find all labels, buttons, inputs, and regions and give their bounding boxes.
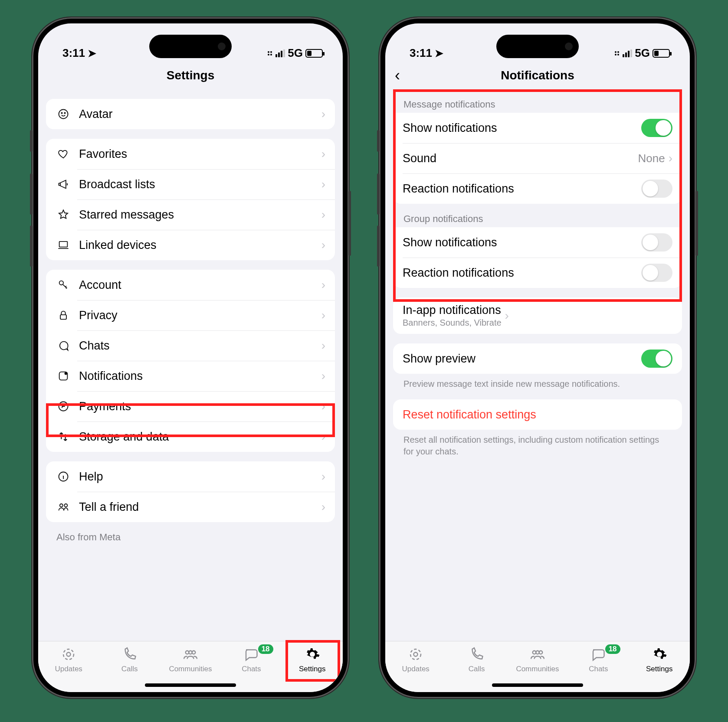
tab-chats[interactable]: 18 Chats [568, 646, 629, 673]
toggle-msg-reaction[interactable] [641, 180, 672, 198]
phone-left: 3:11 ➤ 5G Settings Avatar › [32, 17, 349, 698]
svg-point-18 [414, 653, 418, 657]
toggle-preview[interactable] [641, 350, 672, 368]
row-label: Reset notification settings [403, 408, 672, 421]
tab-label: Calls [121, 665, 138, 673]
row-label: Help [79, 470, 318, 484]
tab-settings[interactable]: Settings [629, 646, 690, 673]
note-reset: Reset all notification settings, includi… [393, 430, 682, 457]
svg-point-17 [410, 649, 421, 660]
row-linked[interactable]: Linked devices › [46, 230, 335, 260]
communities-icon [183, 646, 198, 663]
tab-calls[interactable]: Calls [446, 646, 507, 673]
home-indicator[interactable] [492, 683, 583, 687]
section-message: Message notifications [393, 89, 682, 113]
chevron-right-icon: › [321, 238, 325, 252]
svg-point-1 [61, 113, 62, 114]
updates-icon [408, 646, 423, 663]
tab-label: Chats [242, 665, 261, 673]
row-avatar[interactable]: Avatar › [46, 99, 335, 129]
tab-settings[interactable]: Settings [282, 646, 343, 673]
row-label: In-app notifications [403, 304, 502, 317]
home-indicator[interactable] [145, 683, 236, 687]
toggle-grp-reaction[interactable] [641, 264, 672, 282]
location-icon: ➤ [88, 47, 96, 59]
row-label: Chats [79, 339, 318, 353]
notifications-content[interactable]: Message notifications Show notifications… [385, 89, 690, 641]
row-tell[interactable]: Tell a friend › [46, 492, 335, 522]
row-account[interactable]: Account › [46, 270, 335, 300]
signal-bars-icon [275, 49, 285, 57]
dynamic-island [496, 35, 579, 58]
row-label: Notifications [79, 369, 318, 383]
lock-icon [56, 309, 71, 321]
row-label: Linked devices [79, 238, 318, 252]
note-preview: Preview message text inside new message … [393, 374, 682, 390]
chevron-right-icon: › [321, 278, 325, 292]
heart-icon [56, 148, 71, 160]
section-group: Group notifications [393, 204, 682, 227]
svg-point-16 [189, 651, 192, 654]
row-label: Tell a friend [79, 500, 318, 514]
section-also-meta: Also from Meta [46, 522, 335, 546]
row-reset[interactable]: Reset notification settings [393, 399, 682, 430]
tab-label: Settings [646, 665, 672, 673]
megaphone-icon [56, 178, 71, 190]
tab-calls[interactable]: Calls [99, 646, 160, 673]
tab-label: Updates [55, 665, 82, 673]
chevron-right-icon: › [321, 399, 325, 413]
row-favorites[interactable]: Favorites › [46, 139, 335, 169]
svg-point-4 [59, 281, 63, 285]
row-msg-sound[interactable]: Sound None › [393, 143, 682, 173]
chevron-right-icon: › [321, 430, 325, 444]
row-label: Show notifications [403, 121, 641, 135]
tab-communities[interactable]: Communities [507, 646, 568, 673]
nav-header: ‹ Notifications [385, 62, 690, 89]
chevron-right-icon: › [321, 369, 325, 383]
tab-label: Calls [469, 665, 485, 673]
avatar-icon [56, 108, 71, 120]
row-notifications[interactable]: Notifications › [46, 361, 335, 391]
toggle-msg-show[interactable] [641, 119, 672, 137]
phone-icon [469, 646, 485, 663]
row-label: Avatar [79, 108, 318, 121]
row-value: None [638, 152, 665, 165]
gear-icon [652, 646, 667, 663]
tab-communities[interactable]: Communities [160, 646, 221, 673]
chevron-right-icon: › [321, 308, 325, 322]
tab-chats[interactable]: 18 Chats [221, 646, 282, 673]
chevron-right-icon: › [321, 470, 325, 484]
row-grp-reaction: Reaction notifications [393, 258, 682, 288]
chevron-right-icon: › [321, 177, 325, 191]
updown-icon [56, 431, 71, 443]
tab-label: Communities [169, 665, 212, 673]
svg-rect-3 [59, 242, 68, 247]
key-icon [56, 279, 71, 291]
chevron-right-icon: › [321, 500, 325, 514]
battery-icon [305, 49, 323, 58]
row-starred[interactable]: Starred messages › [46, 199, 335, 230]
row-inapp[interactable]: In-app notifications Banners, Sounds, Vi… [393, 297, 682, 334]
network-label: 5G [635, 46, 650, 60]
row-help[interactable]: Help › [46, 461, 335, 492]
tab-updates[interactable]: Updates [38, 646, 99, 673]
battery-icon [653, 49, 670, 58]
tab-updates[interactable]: Updates [385, 646, 446, 673]
row-storage[interactable]: Storage and data › [46, 421, 335, 452]
chevron-right-icon: › [321, 147, 325, 161]
row-payments[interactable]: Payments › [46, 391, 335, 421]
back-button[interactable]: ‹ [395, 66, 400, 85]
dynamic-island [149, 35, 232, 58]
settings-content[interactable]: Avatar › Favorites › Broadcast lists › [38, 89, 343, 641]
communities-icon [530, 646, 545, 663]
row-chats[interactable]: Chats › [46, 330, 335, 361]
chevron-right-icon: › [505, 309, 509, 323]
row-privacy[interactable]: Privacy › [46, 300, 335, 330]
svg-point-12 [63, 649, 74, 660]
toggle-grp-show[interactable] [641, 233, 672, 252]
row-label: Show notifications [403, 236, 641, 249]
chevron-right-icon: › [321, 107, 325, 121]
row-broadcast[interactable]: Broadcast lists › [46, 169, 335, 199]
page-title: Notifications [501, 69, 574, 82]
svg-point-0 [59, 110, 68, 119]
